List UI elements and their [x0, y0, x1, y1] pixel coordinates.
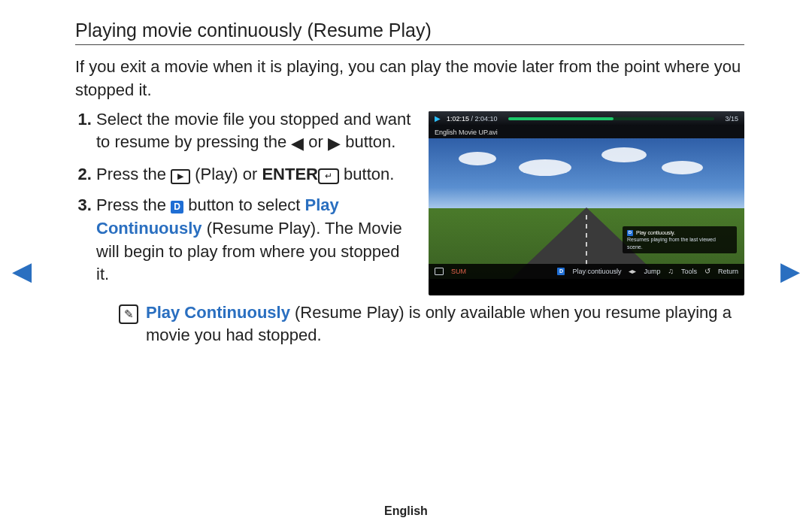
- step-3-text-b: button to select: [183, 195, 304, 214]
- note: ✎ Play Continuously (Resume Play) is onl…: [119, 301, 744, 348]
- tv-filename-bar: English Movie UP.avi: [429, 126, 744, 138]
- step-1: Select the movie file you stopped and wa…: [96, 108, 415, 156]
- bar-d-icon: D: [557, 268, 565, 275]
- enter-label: ENTER: [262, 165, 318, 183]
- step-2-text-b: (Play) or: [190, 165, 262, 183]
- d-key-icon: D: [171, 201, 183, 214]
- play-button-icon: ▶: [171, 169, 190, 184]
- step-1-text-b: or: [304, 132, 328, 151]
- intro-text: If you exit a movie when it is playing, …: [75, 56, 744, 102]
- popup-body: Resumes playing from the last viewed sce…: [627, 236, 732, 250]
- tv-play-icon: ▶: [435, 114, 441, 123]
- enter-button-icon: ↵: [318, 168, 339, 184]
- tv-screenshot: ▶ 1:02:15 / 2:04:10 3/15 English Movie U…: [429, 111, 744, 295]
- footer-language: English: [384, 504, 428, 518]
- sum-label: SUM: [451, 268, 466, 275]
- tv-popup: D Play contiuously. Resumes playing from…: [623, 226, 737, 253]
- note-text: Play Continuously (Resume Play) is only …: [146, 301, 744, 348]
- bar-return: Return: [718, 268, 738, 275]
- return-icon: ↺: [704, 267, 710, 275]
- left-arrow-icon: ◀: [291, 132, 304, 156]
- tv-video-frame: D Play contiuously. Resumes playing from…: [429, 138, 744, 279]
- bar-jump: Jump: [644, 268, 660, 275]
- tv-progress-bar: [508, 117, 715, 120]
- body-row: Select the movie file you stopped and wa…: [75, 108, 744, 295]
- tv-time-elapsed: 1:02:15: [447, 115, 469, 123]
- tools-icon: ♫: [668, 267, 674, 275]
- tv-time-total: 2:04:10: [475, 115, 498, 123]
- note-highlight: Play Continuously: [146, 303, 290, 322]
- step-3: Press the D button to select Play Contin…: [96, 194, 415, 286]
- tv-counter: 3/15: [725, 115, 738, 123]
- step-2-text-a: Press the: [96, 165, 171, 183]
- bar-play-cont: Play contiuously: [572, 268, 621, 275]
- popup-title: Play contiuously.: [636, 229, 675, 236]
- manual-page: Playing movie continuously (Resume Play)…: [0, 0, 812, 530]
- tv-bottom-bar: SUM D Play contiuously ◂▸ Jump ♫ Tools ↺…: [429, 264, 744, 279]
- popup-d-icon: D: [627, 230, 633, 236]
- step-3-text-a: Press the: [96, 195, 171, 214]
- step-2: Press the ▶ (Play) or ENTER↵ button.: [96, 163, 415, 186]
- page-title: Playing movie continuously (Resume Play): [75, 20, 744, 45]
- sum-icon: [435, 268, 444, 275]
- tv-time-sep: /: [469, 115, 475, 123]
- tv-filename: English Movie UP.avi: [435, 129, 498, 136]
- steps-list: Select the movie file you stopped and wa…: [96, 108, 415, 295]
- jump-arrows-icon: ◂▸: [629, 267, 636, 275]
- right-arrow-icon: ▶: [328, 132, 341, 156]
- step-2-text-c: button.: [339, 165, 394, 183]
- next-page-arrow[interactable]: ▶: [780, 256, 800, 286]
- bar-tools: Tools: [681, 268, 697, 275]
- note-icon: ✎: [119, 304, 138, 324]
- step-1-text-c: button.: [341, 132, 395, 151]
- tv-top-bar: ▶ 1:02:15 / 2:04:10 3/15: [429, 111, 744, 126]
- prev-page-arrow[interactable]: ◀: [12, 256, 32, 286]
